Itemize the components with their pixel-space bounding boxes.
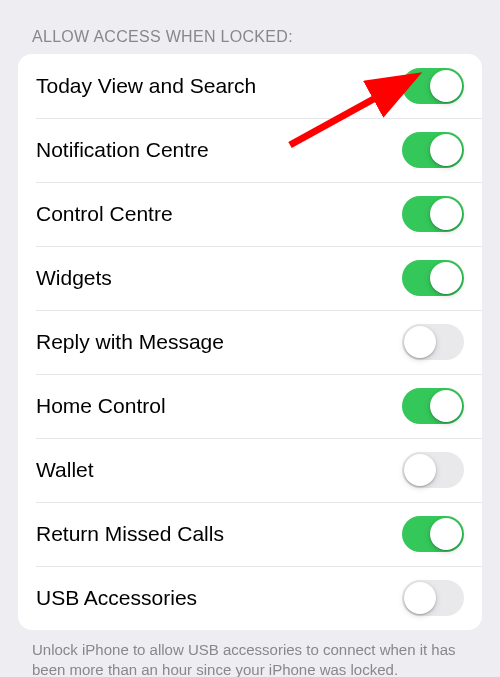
toggle-knob <box>430 70 462 102</box>
row-control-centre: Control Centre <box>18 182 482 246</box>
section-footer-usb-note: Unlock iPhone to allow USB accessories t… <box>0 630 500 677</box>
toggle-knob <box>430 134 462 166</box>
toggle-today-view-search[interactable] <box>402 68 464 104</box>
row-return-missed-calls: Return Missed Calls <box>18 502 482 566</box>
toggle-knob <box>404 326 436 358</box>
toggle-wallet[interactable] <box>402 452 464 488</box>
toggle-control-centre[interactable] <box>402 196 464 232</box>
toggle-knob <box>430 262 462 294</box>
row-label: Wallet <box>36 458 94 482</box>
row-label: USB Accessories <box>36 586 197 610</box>
toggle-home-control[interactable] <box>402 388 464 424</box>
toggle-knob <box>404 454 436 486</box>
row-wallet: Wallet <box>18 438 482 502</box>
toggle-knob <box>404 582 436 614</box>
row-reply-with-message: Reply with Message <box>18 310 482 374</box>
row-label: Reply with Message <box>36 330 224 354</box>
row-home-control: Home Control <box>18 374 482 438</box>
toggle-reply-with-message[interactable] <box>402 324 464 360</box>
row-label: Home Control <box>36 394 166 418</box>
toggle-notification-centre[interactable] <box>402 132 464 168</box>
toggle-knob <box>430 390 462 422</box>
row-usb-accessories: USB Accessories <box>18 566 482 630</box>
row-widgets: Widgets <box>18 246 482 310</box>
toggle-knob <box>430 198 462 230</box>
toggle-knob <box>430 518 462 550</box>
toggle-return-missed-calls[interactable] <box>402 516 464 552</box>
row-today-view-search: Today View and Search <box>18 54 482 118</box>
section-header-allow-access: Allow Access When Locked: <box>0 0 500 54</box>
row-label: Return Missed Calls <box>36 522 224 546</box>
row-label: Notification Centre <box>36 138 209 162</box>
toggle-widgets[interactable] <box>402 260 464 296</box>
row-label: Widgets <box>36 266 112 290</box>
row-label: Control Centre <box>36 202 173 226</box>
row-notification-centre: Notification Centre <box>18 118 482 182</box>
row-label: Today View and Search <box>36 74 256 98</box>
toggle-usb-accessories[interactable] <box>402 580 464 616</box>
settings-list: Today View and Search Notification Centr… <box>18 54 482 630</box>
